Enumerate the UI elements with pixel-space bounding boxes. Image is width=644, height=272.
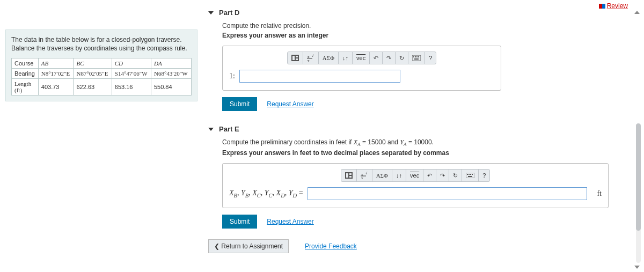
undo-icon[interactable]: ↶ [423,170,436,181]
undo-icon[interactable]: ↶ [370,52,383,64]
svg-text:y: y [361,176,363,179]
svg-rect-13 [414,58,419,60]
return-button[interactable]: ❮ Return to Assignment [208,239,289,253]
fraction-icon[interactable]: xy√ [357,170,372,181]
svg-rect-1 [292,56,295,60]
redo-icon[interactable]: ↷ [383,52,396,64]
equation-toolbar: xy√ ΑΣΦ ↓↑ vec ↶ ↷ ↻ ? [287,52,437,64]
answer-input-d[interactable] [239,70,400,83]
part-title: Part E [219,125,239,133]
templates-icon[interactable] [341,170,357,181]
svg-rect-23 [467,174,468,175]
part-header[interactable]: Part D [208,5,625,22]
svg-rect-24 [469,174,470,175]
prompt-text: Compute the relative precision. [222,22,625,30]
greek-button[interactable]: ΑΣΦ [319,52,339,64]
svg-rect-11 [416,56,418,57]
part-title: Part D [219,9,239,17]
table-row: Bearing N8°17′02″E N87°02′05″E S14°47′06… [12,69,192,79]
svg-rect-2 [296,56,298,57]
flag-icon [599,4,605,9]
svg-rect-26 [472,174,473,175]
answer-box: xy√ ΑΣΦ ↓↑ vec ↶ ↷ ↻ ? XB [222,163,609,208]
fraction-icon[interactable]: xy√ [303,52,319,64]
keyboard-icon[interactable] [462,170,479,181]
submit-button[interactable]: Submit [222,97,257,111]
review-link[interactable]: Review [599,2,628,10]
table-row: Length(ft) 403.73 622.63 653.16 550.84 [12,79,192,95]
keyboard-icon[interactable] [408,52,425,64]
svg-rect-3 [296,58,298,60]
svg-rect-8 [412,55,421,61]
reset-icon[interactable]: ↻ [396,52,408,64]
svg-rect-22 [466,173,474,178]
part-d: Part D Compute the relative precision. E… [208,5,625,111]
greek-button[interactable]: ΑΣΦ [372,170,392,181]
problem-text: The data in the table below is for a clo… [11,35,192,53]
help-button[interactable]: ? [425,52,436,64]
request-answer-link[interactable]: Request Answer [267,100,313,108]
table-row: Course AB BC CD DA [12,58,192,69]
request-answer-link[interactable]: Request Answer [267,218,313,225]
svg-text:√: √ [365,172,368,175]
svg-rect-16 [349,173,352,175]
instruction-text: Express your answers in feet to two deci… [222,149,625,157]
data-table: Course AB BC CD DA Bearing N8°17′02″E N8… [11,58,192,95]
submit-button[interactable]: Submit [222,215,257,229]
answer-box: xy√ ΑΣΦ ↓↑ vec ↶ ↷ ↻ ? 1: [222,46,501,91]
equation-toolbar: xy√ ΑΣΦ ↓↑ vec ↶ ↷ ↻ ? [341,169,491,182]
svg-rect-12 [418,56,419,57]
caret-down-icon [208,11,214,14]
ratio-prefix: 1: [229,72,235,80]
part-header[interactable]: Part E [208,122,625,138]
vec-button[interactable]: vec [406,170,423,181]
svg-rect-10 [415,56,416,57]
scroll-up-icon[interactable] [634,11,640,14]
updown-icon[interactable]: ↓↑ [392,170,406,181]
svg-rect-15 [346,173,348,178]
unit-label: ft [591,189,602,198]
prompt-text: Compute the preliminary coordinates in f… [222,138,625,147]
caret-down-icon [208,128,214,131]
help-button[interactable]: ? [479,170,489,181]
scroll-down-icon[interactable] [634,266,640,269]
part-e: Part E Compute the preliminary coordinat… [208,122,625,229]
scrollbar-thumb[interactable] [636,123,641,231]
svg-text:√: √ [312,54,314,57]
templates-icon[interactable] [288,52,303,64]
svg-rect-25 [470,174,471,175]
feedback-link[interactable]: Provide Feedback [305,242,357,250]
redo-icon[interactable]: ↷ [436,170,449,181]
answer-input-e[interactable] [308,187,588,200]
svg-rect-27 [468,176,472,177]
instruction-text: Express your answer as an integer [222,32,625,39]
svg-rect-9 [413,56,414,57]
vars-label: XB, YB, XC, YC, XD, YD = [229,189,303,199]
reset-icon[interactable]: ↻ [449,170,462,181]
svg-rect-17 [349,176,352,178]
updown-icon[interactable]: ↓↑ [339,52,353,64]
problem-statement: The data in the table below is for a clo… [5,30,197,101]
vec-button[interactable]: vec [353,52,370,64]
svg-text:y: y [308,58,310,62]
